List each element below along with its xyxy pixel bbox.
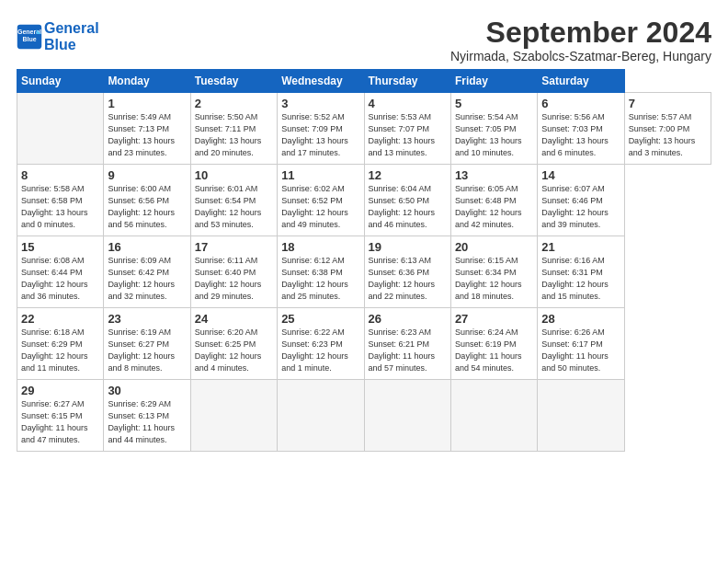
- calendar-cell: 15 Sunrise: 6:08 AMSunset: 6:44 PMDaylig…: [17, 236, 104, 308]
- day-number: 22: [21, 312, 99, 326]
- calendar-cell: 10 Sunrise: 6:01 AMSunset: 6:54 PMDaylig…: [190, 165, 277, 236]
- day-info: Sunrise: 6:08 AMSunset: 6:44 PMDaylight:…: [21, 255, 99, 303]
- calendar-cell: 23 Sunrise: 6:19 AMSunset: 6:27 PMDaylig…: [104, 308, 190, 380]
- day-number: 6: [541, 97, 620, 110]
- calendar-subtitle: Nyirmada, Szabolcs-Szatmar-Bereg, Hungar…: [450, 49, 711, 63]
- calendar-cell: 8 Sunrise: 5:58 AMSunset: 6:58 PMDayligh…: [17, 165, 104, 236]
- day-info: Sunrise: 5:52 AMSunset: 7:09 PMDaylight:…: [281, 111, 359, 159]
- day-number: 9: [108, 168, 186, 182]
- day-number: 4: [369, 97, 447, 110]
- day-number: 12: [369, 168, 447, 182]
- calendar-cell: 20 Sunrise: 6:15 AMSunset: 6:34 PMDaylig…: [450, 236, 537, 308]
- calendar-cell: 18 Sunrise: 6:12 AMSunset: 6:38 PMDaylig…: [278, 236, 364, 308]
- day-info: Sunrise: 6:04 AMSunset: 6:50 PMDaylight:…: [369, 183, 447, 231]
- day-info: Sunrise: 5:58 AMSunset: 6:58 PMDaylight:…: [21, 183, 99, 231]
- calendar-header-row: SundayMondayTuesdayWednesdayThursdayFrid…: [17, 70, 711, 93]
- calendar-cell: [450, 380, 537, 452]
- title-block: September 2024 Nyirmada, Szabolcs-Szatma…: [450, 17, 711, 63]
- day-info: Sunrise: 6:11 AMSunset: 6:40 PMDaylight:…: [195, 255, 273, 303]
- day-number: 27: [455, 312, 533, 326]
- day-number: 13: [455, 168, 533, 182]
- calendar-cell: 21 Sunrise: 6:16 AMSunset: 6:31 PMDaylig…: [538, 236, 624, 308]
- calendar-cell: [278, 380, 364, 452]
- header-day-saturday: Saturday: [538, 70, 624, 93]
- calendar-cell: 29 Sunrise: 6:27 AMSunset: 6:15 PMDaylig…: [17, 380, 104, 452]
- logo-line1: General: [44, 20, 99, 36]
- day-info: Sunrise: 6:12 AMSunset: 6:38 PMDaylight:…: [281, 255, 359, 303]
- day-info: Sunrise: 6:24 AMSunset: 6:19 PMDaylight:…: [455, 327, 533, 374]
- day-info: Sunrise: 6:15 AMSunset: 6:34 PMDaylight:…: [455, 255, 533, 303]
- day-number: 5: [455, 97, 533, 110]
- day-number: 10: [195, 168, 273, 182]
- day-info: Sunrise: 6:22 AMSunset: 6:23 PMDaylight:…: [281, 327, 359, 374]
- day-number: 11: [281, 168, 359, 182]
- day-info: Sunrise: 5:56 AMSunset: 7:03 PMDaylight:…: [541, 111, 620, 159]
- header-day-friday: Friday: [450, 70, 537, 93]
- calendar-cell: 6 Sunrise: 5:56 AMSunset: 7:03 PMDayligh…: [538, 93, 624, 165]
- calendar-table: SundayMondayTuesdayWednesdayThursdayFrid…: [17, 69, 711, 452]
- day-info: Sunrise: 6:05 AMSunset: 6:48 PMDaylight:…: [455, 183, 533, 231]
- calendar-cell: 24 Sunrise: 6:20 AMSunset: 6:25 PMDaylig…: [190, 308, 277, 380]
- calendar-cell: 16 Sunrise: 6:09 AMSunset: 6:42 PMDaylig…: [104, 236, 190, 308]
- day-number: 30: [108, 384, 186, 397]
- calendar-cell: 27 Sunrise: 6:24 AMSunset: 6:19 PMDaylig…: [450, 308, 537, 380]
- day-number: 17: [195, 240, 273, 254]
- calendar-cell: [538, 380, 624, 452]
- calendar-cell: 13 Sunrise: 6:05 AMSunset: 6:48 PMDaylig…: [450, 165, 537, 236]
- day-info: Sunrise: 6:02 AMSunset: 6:52 PMDaylight:…: [281, 183, 359, 231]
- day-number: 3: [281, 97, 359, 110]
- day-number: 23: [108, 312, 186, 326]
- day-info: Sunrise: 5:53 AMSunset: 7:07 PMDaylight:…: [369, 111, 447, 159]
- calendar-cell: 26 Sunrise: 6:23 AMSunset: 6:21 PMDaylig…: [364, 308, 450, 380]
- logo-line2: Blue: [44, 37, 76, 52]
- calendar-cell: [190, 380, 277, 452]
- calendar-cell: 14 Sunrise: 6:07 AMSunset: 6:46 PMDaylig…: [538, 165, 624, 236]
- day-info: Sunrise: 5:57 AMSunset: 7:00 PMDaylight:…: [629, 111, 707, 159]
- day-number: 20: [455, 240, 533, 254]
- header-day-monday: Monday: [104, 70, 190, 93]
- calendar-cell: 4 Sunrise: 5:53 AMSunset: 7:07 PMDayligh…: [364, 93, 450, 165]
- calendar-cell: 5 Sunrise: 5:54 AMSunset: 7:05 PMDayligh…: [450, 93, 537, 165]
- day-info: Sunrise: 6:07 AMSunset: 6:46 PMDaylight:…: [541, 183, 620, 231]
- day-info: Sunrise: 6:18 AMSunset: 6:29 PMDaylight:…: [21, 327, 99, 374]
- day-info: Sunrise: 6:16 AMSunset: 6:31 PMDaylight:…: [541, 255, 620, 303]
- day-number: 25: [281, 312, 359, 326]
- day-info: Sunrise: 6:01 AMSunset: 6:54 PMDaylight:…: [195, 183, 273, 231]
- day-number: 15: [21, 240, 99, 254]
- calendar-week-1: 1 Sunrise: 5:49 AMSunset: 7:13 PMDayligh…: [17, 93, 711, 165]
- day-info: Sunrise: 6:00 AMSunset: 6:56 PMDaylight:…: [108, 183, 186, 231]
- calendar-cell: 19 Sunrise: 6:13 AMSunset: 6:36 PMDaylig…: [364, 236, 450, 308]
- day-number: 16: [108, 240, 186, 254]
- calendar-week-3: 15 Sunrise: 6:08 AMSunset: 6:44 PMDaylig…: [17, 236, 711, 308]
- day-number: 8: [21, 168, 99, 182]
- day-number: 28: [541, 312, 620, 326]
- logo: General Blue General Blue: [17, 20, 99, 52]
- calendar-cell: 28 Sunrise: 6:26 AMSunset: 6:17 PMDaylig…: [538, 308, 624, 380]
- day-number: 19: [369, 240, 447, 254]
- day-info: Sunrise: 5:50 AMSunset: 7:11 PMDaylight:…: [195, 111, 273, 159]
- calendar-week-5: 29 Sunrise: 6:27 AMSunset: 6:15 PMDaylig…: [17, 380, 711, 452]
- day-info: Sunrise: 6:13 AMSunset: 6:36 PMDaylight:…: [369, 255, 447, 303]
- calendar-cell: 1 Sunrise: 5:49 AMSunset: 7:13 PMDayligh…: [104, 93, 190, 165]
- page-header: General Blue General Blue September 2024…: [17, 17, 711, 63]
- calendar-cell: [364, 380, 450, 452]
- header-day-thursday: Thursday: [364, 70, 450, 93]
- day-info: Sunrise: 5:49 AMSunset: 7:13 PMDaylight:…: [108, 111, 186, 159]
- day-number: 18: [281, 240, 359, 254]
- calendar-title: September 2024: [450, 17, 711, 49]
- day-info: Sunrise: 6:20 AMSunset: 6:25 PMDaylight:…: [195, 327, 273, 374]
- day-number: 1: [108, 97, 186, 110]
- day-number: 2: [195, 97, 273, 110]
- svg-text:Blue: Blue: [22, 35, 36, 41]
- day-info: Sunrise: 6:27 AMSunset: 6:15 PMDaylight:…: [21, 398, 99, 446]
- calendar-cell: [17, 93, 104, 165]
- day-number: 29: [21, 384, 99, 397]
- day-info: Sunrise: 6:23 AMSunset: 6:21 PMDaylight:…: [369, 327, 447, 374]
- day-info: Sunrise: 6:09 AMSunset: 6:42 PMDaylight:…: [108, 255, 186, 303]
- calendar-cell: 30 Sunrise: 6:29 AMSunset: 6:13 PMDaylig…: [104, 380, 190, 452]
- day-number: 14: [541, 168, 620, 182]
- calendar-cell: 2 Sunrise: 5:50 AMSunset: 7:11 PMDayligh…: [190, 93, 277, 165]
- day-number: 7: [629, 97, 707, 110]
- calendar-cell: 3 Sunrise: 5:52 AMSunset: 7:09 PMDayligh…: [278, 93, 364, 165]
- day-info: Sunrise: 6:29 AMSunset: 6:13 PMDaylight:…: [108, 398, 186, 446]
